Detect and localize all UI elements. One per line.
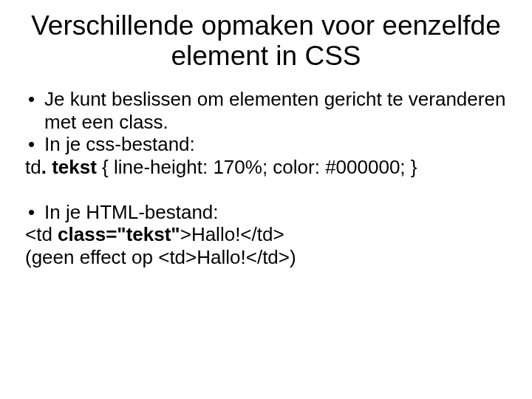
spacer	[25, 179, 507, 201]
bullet-3: In je HTML-bestand:	[25, 201, 507, 224]
slide: Verschillende opmaken voor eenzelfde ele…	[0, 0, 532, 399]
css-remainder: { line-height: 170%; color: #000000; }	[97, 156, 417, 178]
html-example-line: <td class="tekst">Hallo!</td>	[25, 223, 507, 246]
slide-body: Je kunt beslissen om elementen gericht t…	[25, 88, 507, 269]
bullet-1: Je kunt beslissen om elementen gericht t…	[25, 88, 507, 133]
slide-title: Verschillende opmaken voor eenzelfde ele…	[25, 10, 507, 72]
note-line: (geen effect op <td>Hallo!</td>)	[25, 246, 507, 269]
html-remainder: >Hallo!</td>	[180, 223, 284, 245]
html-class-bold: class="tekst"	[58, 223, 180, 245]
html-prefix: <td	[25, 223, 58, 245]
css-prefix: td	[25, 156, 41, 178]
css-selector-bold: . tekst	[41, 156, 97, 178]
bullet-2: In je css-bestand:	[25, 133, 507, 156]
css-example-line: td. tekst { line-height: 170%; color: #0…	[25, 156, 507, 179]
